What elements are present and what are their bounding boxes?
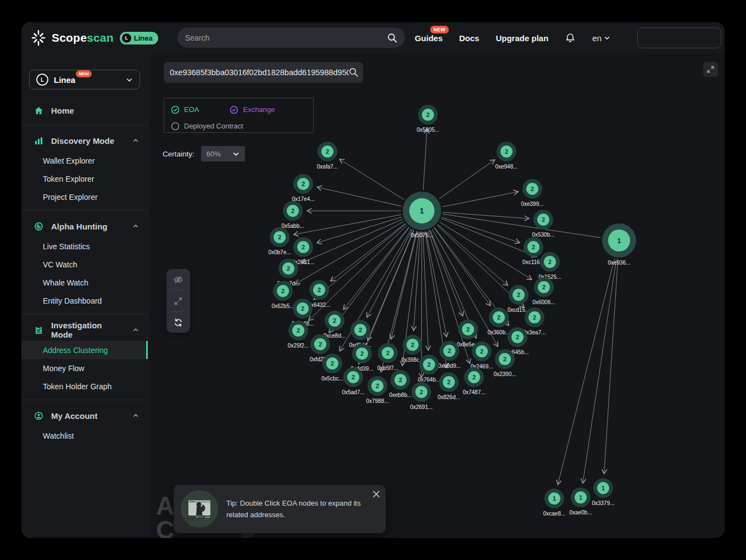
app-window: Scopescan L Linea Guides NEW Docs Upgrad… [21,22,725,538]
sidebar-item-live-statistics[interactable]: Live Statistics [21,237,148,255]
sidebar-item-money-flow[interactable]: Money Flow [21,359,148,377]
graph-node-0xae0b[interactable]: 10xae0b... [569,488,592,516]
graph-node-0x0b7e[interactable]: 20x0b7e... [268,227,291,255]
graph-node-0x5805[interactable]: 20x5805... [416,105,439,133]
graph-node-0x360b[interactable]: 20x360b... [487,307,510,335]
graph-node-0x3ea7[interactable]: 20x3ea7... [523,307,545,335]
filter-exchange[interactable]: Exchange [230,105,275,114]
graph-node-0xce8d[interactable]: 20xce8d... [324,311,346,339]
sidebar-item-address-clustering[interactable]: Address Clustering [21,341,148,359]
graph-node-0x5cbc[interactable]: 20x5cbc... [321,354,343,382]
connect-wallet-button[interactable] [637,27,721,48]
nav-upgrade-plan[interactable]: Upgrade plan [496,33,548,43]
graph-node-0x1525[interactable]: 20x1525... [538,252,561,280]
svg-text:2: 2 [359,327,362,333]
svg-text:2: 2 [517,292,520,298]
fullscreen-button[interactable] [703,62,718,77]
language-selector[interactable]: en [592,33,610,43]
refresh-button[interactable] [166,312,190,333]
sidebar-item-entity-dashboard[interactable]: Entity Dashboard [21,292,148,310]
graph-node-0x6006[interactable]: 20x6006... [532,277,555,305]
notifications-bell-icon[interactable] [565,32,576,43]
sidebar-item-home[interactable]: Home [21,100,148,120]
graph-node-0x7988[interactable]: 20x7988... [366,376,388,404]
svg-text:2: 2 [503,356,506,362]
search-icon[interactable] [348,67,359,77]
brand[interactable]: Scopescan L Linea [30,30,158,46]
graph-node-0xd8d9[interactable]: 20xd8d9... [438,341,460,369]
certainty-dropdown[interactable]: 60% [201,146,245,161]
graph-node-0x8e5e[interactable]: 20x8e5e... [456,320,479,348]
graph-node-0x3379[interactable]: 10x3379... [592,478,614,506]
network-selector[interactable]: L LineaNEW [29,70,140,89]
graph-node-0x5abb[interactable]: 20x5abb... [281,201,304,229]
svg-text:0x5abb...: 0x5abb... [281,223,304,229]
svg-text:2: 2 [466,326,470,333]
address-input[interactable] [164,62,363,83]
node-type-legend: EOA Exchange Deployed Contract [164,98,314,133]
background-watermark: A C [156,494,175,538]
graph-node-0xcd15[interactable]: 20xcd15... [508,285,530,313]
graph-edge [443,214,601,238]
svg-text:2: 2 [447,379,450,385]
sidebar-item-watchlist[interactable]: Watchlist [21,427,148,445]
graph-node-0x826d[interactable]: 20x826d... [437,372,460,400]
sidebar-item-vc-watch[interactable]: VC Watch [21,255,148,273]
graph-node-0x25f2[interactable]: 20x25f2... [288,321,309,349]
sidebar-section-my-account[interactable]: My Account [21,405,148,427]
graph-edge [414,232,421,330]
graph-node-0xe936[interactable]: 10xe936... [602,223,636,266]
graph-node-0xe399[interactable]: 20xe399... [521,179,543,207]
hide-labels-button[interactable] [166,269,190,290]
graph-node-0xeb8b[interactable]: 20xeb8b... [389,370,411,398]
sidebar-item-token-holder-graph[interactable]: Token Holder Graph [21,377,148,395]
chevron-up-icon [132,327,139,333]
refresh-icon [173,317,183,328]
graph-edge [441,219,536,256]
graph-node-0x2469[interactable]: 20x2469... [470,341,493,369]
graph-node-0x2390[interactable]: 20x2390... [493,349,516,377]
svg-text:2: 2 [516,334,519,340]
graph-node-0x5075[interactable]: 10x5075... [403,192,441,238]
search-input[interactable] [177,33,387,42]
graph-node-0x398c[interactable]: 20x398c... [402,335,424,363]
svg-text:0x0b7e...: 0x0b7e... [268,249,291,255]
graph-edge [391,231,417,339]
filter-deployed-contract[interactable]: Deployed Contract [171,122,243,131]
sidebar-item-whale-watch[interactable]: Whale Watch [21,273,148,292]
graph-node-0xb5f7[interactable]: 20xb5f7... [377,343,398,371]
graph-edge [439,160,494,199]
graph-node-0x764b[interactable]: 20x764b... [417,355,440,383]
sidebar-item-token-explorer[interactable]: Token Explorer [21,170,148,188]
graph-node-0xe948[interactable]: 20xe948... [495,142,517,170]
graph-node-0x2051[interactable]: 20x2051... [292,237,314,265]
graph-node-0x530b[interactable]: 20x530b... [532,210,554,238]
graph-node-0xcae8[interactable]: 10xcae8... [543,489,566,517]
check-circle-icon [171,105,180,114]
svg-text:0xae0b...: 0xae0b... [569,509,592,516]
svg-text:0xcae8...: 0xcae8... [543,511,566,517]
filter-eoa[interactable]: EOA [171,105,199,114]
sidebar-section-discovery-mode[interactable]: Discovery Mode [21,130,148,152]
nav-docs[interactable]: Docs [459,33,480,43]
svg-text:2: 2 [352,374,355,380]
sidebar-item-project-explorer[interactable]: Project Explorer [21,188,148,206]
svg-text:2: 2 [480,348,483,355]
graph-node-0x5ad7[interactable]: 20x5ad7... [342,367,364,395]
graph-node-0x17e4[interactable]: 20x17e4... [292,174,314,202]
sidebar-section-alpha-hunting[interactable]: Alpha Hunting [21,215,148,237]
graph-nodes: 10x5075...10xe936...20x5805...20xafa7...… [268,105,636,517]
fit-view-button[interactable] [166,290,190,311]
close-icon[interactable] [372,490,380,498]
svg-text:0xe948...: 0xe948... [495,164,517,170]
divider [21,125,148,125]
graph-node-0x2691[interactable]: 20x2691... [410,382,432,410]
graph-node-0x62b5[interactable]: 20x62b5... [271,281,294,309]
nav-guides[interactable]: Guides NEW [415,33,443,43]
graph-node-0xafa7[interactable]: 20xafa7... [317,142,338,170]
sidebar-section-investigation-mode[interactable]: Investigation Mode [21,319,148,341]
network-new-badge: NEW [76,70,92,77]
search-icon[interactable] [387,32,398,43]
graph-node-0x7487[interactable]: 20x7487... [463,367,485,395]
sidebar-item-wallet-explorer[interactable]: Wallet Explorer [21,152,148,170]
